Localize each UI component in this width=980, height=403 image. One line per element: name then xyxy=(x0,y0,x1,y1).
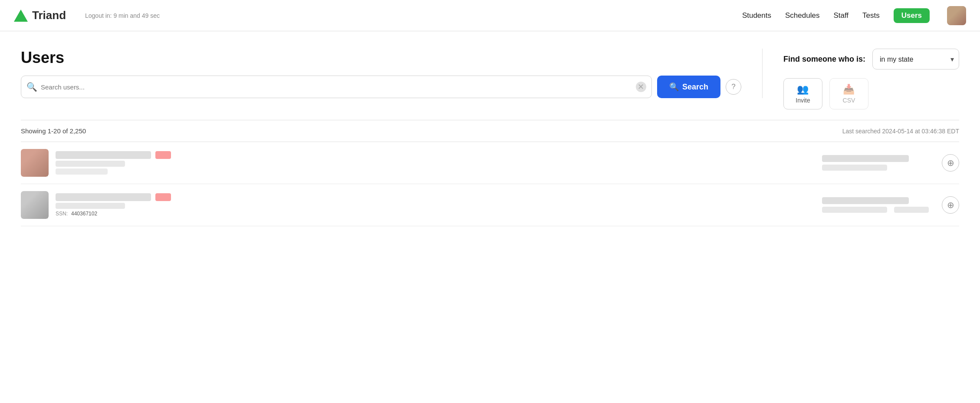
nav-students[interactable]: Students xyxy=(742,11,771,20)
search-row: 🔍 ✕ 🔍 Search ? xyxy=(21,76,741,98)
page-title: Users xyxy=(21,49,741,67)
clear-search-button[interactable]: ✕ xyxy=(636,82,646,92)
user-photo-1 xyxy=(21,149,49,177)
help-icon: ? xyxy=(731,83,735,91)
nav-schedules[interactable]: Schedules xyxy=(785,11,819,20)
left-panel: Users 🔍 ✕ 🔍 Search ? xyxy=(21,49,763,98)
search-button[interactable]: 🔍 Search xyxy=(657,76,720,98)
user-right-2c-blurred xyxy=(894,207,929,213)
user-add-button-1[interactable]: ⊕ xyxy=(942,154,959,172)
user-detail-1a-blurred xyxy=(56,161,125,167)
user-name-row-2 xyxy=(56,193,815,201)
logo-text: Triand xyxy=(32,9,66,22)
user-right-2b-blurred xyxy=(822,207,887,213)
invite-label: Invite xyxy=(796,97,810,104)
logout-timer: Logout in: 9 min and 49 sec xyxy=(85,12,160,19)
search-input[interactable] xyxy=(41,83,632,91)
user-avatar-1 xyxy=(21,149,49,177)
main-content: Users 🔍 ✕ 🔍 Search ? xyxy=(0,31,980,403)
logo-triangle-icon xyxy=(14,10,28,22)
user-name-row-1 xyxy=(56,151,815,159)
action-buttons: 👥 Invite 📥 CSV xyxy=(783,78,959,109)
invite-button[interactable]: 👥 Invite xyxy=(783,78,822,109)
filter-select[interactable]: in my state in my district in my school … xyxy=(872,49,959,69)
table-row[interactable]: SSN: 440367102 ⊕ xyxy=(21,184,959,226)
top-section: Users 🔍 ✕ 🔍 Search ? xyxy=(21,49,959,120)
user-info-2: SSN: 440367102 xyxy=(56,193,815,217)
user-name-2-blurred xyxy=(56,193,151,201)
user-right-2a-blurred xyxy=(822,197,909,204)
filter-label: Find someone who is: xyxy=(783,55,865,64)
csv-label: CSV xyxy=(843,97,855,104)
user-detail-1b-blurred xyxy=(56,168,108,175)
csv-icon: 📥 xyxy=(843,84,855,95)
user-add-button-2[interactable]: ⊕ xyxy=(942,196,959,214)
ssn-value: 440367102 xyxy=(71,211,97,217)
user-right-1a-blurred xyxy=(822,155,909,162)
ssn-label: SSN: xyxy=(56,211,68,217)
user-right-1 xyxy=(822,155,935,171)
user-right-1b-blurred xyxy=(822,165,887,171)
invite-icon: 👥 xyxy=(797,84,809,95)
clear-icon: ✕ xyxy=(638,82,644,92)
main-nav: Students Schedules Staff Tests Users xyxy=(742,6,966,25)
nav-staff[interactable]: Staff xyxy=(833,11,848,20)
user-avatar[interactable] xyxy=(947,6,966,25)
nav-users-active[interactable]: Users xyxy=(894,8,930,23)
ssn-row: SSN: 440367102 xyxy=(56,211,815,217)
user-avatar-2 xyxy=(21,191,49,219)
csv-button[interactable]: 📥 CSV xyxy=(829,78,868,109)
user-detail-2a-blurred xyxy=(56,203,125,209)
add-icon-2: ⊕ xyxy=(947,200,954,210)
help-button[interactable]: ? xyxy=(726,79,741,95)
right-panel: Find someone who is: in my state in my d… xyxy=(763,49,959,109)
table-row[interactable]: ⊕ xyxy=(21,142,959,184)
user-badge-1 xyxy=(155,151,171,159)
user-name-1-blurred xyxy=(56,151,151,159)
nav-tests[interactable]: Tests xyxy=(862,11,880,20)
add-icon-1: ⊕ xyxy=(947,158,954,168)
user-info-1 xyxy=(56,151,815,175)
avatar-image xyxy=(947,6,966,25)
search-input-wrap: 🔍 ✕ xyxy=(21,76,652,98)
logo[interactable]: Triand xyxy=(14,9,66,22)
user-right-2 xyxy=(822,197,935,213)
user-badge-2 xyxy=(155,193,171,201)
filter-row: Find someone who is: in my state in my d… xyxy=(783,49,959,69)
user-photo-2 xyxy=(21,191,49,219)
header: Triand Logout in: 9 min and 49 sec Stude… xyxy=(0,0,980,31)
user-list: ⊕ SSN: 440367102 xyxy=(21,142,959,226)
filter-select-wrap: in my state in my district in my school … xyxy=(872,49,959,69)
search-btn-label: Search xyxy=(682,83,708,92)
results-header: Showing 1-20 of 2,250 Last searched 2024… xyxy=(21,120,959,142)
search-btn-icon: 🔍 xyxy=(669,82,679,92)
results-count: Showing 1-20 of 2,250 xyxy=(21,127,86,135)
search-icon: 🔍 xyxy=(26,82,37,92)
last-searched: Last searched 2024-05-14 at 03:46:38 EDT xyxy=(842,128,959,135)
